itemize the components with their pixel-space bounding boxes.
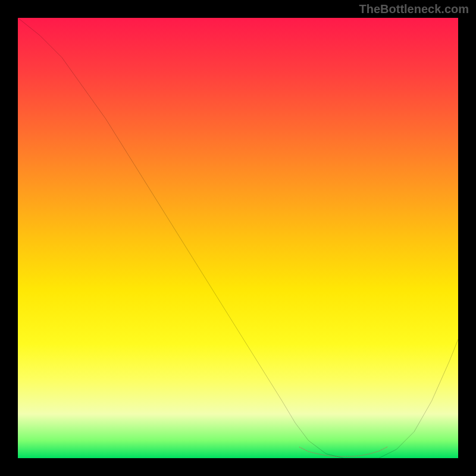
bottleneck-curve-path	[18, 18, 458, 458]
optimal-range-marker-path	[300, 447, 388, 456]
chart-svg	[18, 18, 458, 458]
watermark-text: TheBottleneck.com	[359, 2, 469, 16]
chart-plot-area	[18, 18, 458, 458]
